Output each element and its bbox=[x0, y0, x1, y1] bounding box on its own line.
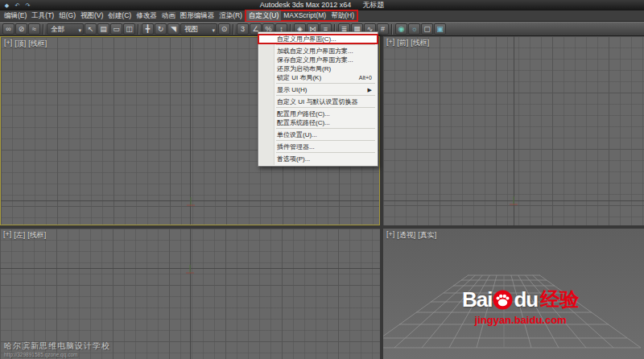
viewport-label: [+] [透视] [真实] bbox=[386, 230, 436, 241]
menu-animation[interactable]: 动画 bbox=[159, 10, 178, 21]
viewport-name-label[interactable]: [前] bbox=[397, 38, 408, 48]
axis-tripod-icon bbox=[507, 194, 520, 207]
menu-help[interactable]: 帮助(H) bbox=[328, 10, 357, 21]
menu-item-show-ui[interactable]: 显示 UI(H) ▶ bbox=[258, 85, 378, 94]
baidu-logo-text-du: du bbox=[514, 287, 538, 312]
schematic-view-icon[interactable]: # bbox=[377, 23, 389, 35]
menu-edit[interactable]: 编辑(E) bbox=[2, 10, 29, 21]
rectangular-selection-region-icon[interactable]: ▭ bbox=[110, 23, 122, 35]
baidu-logo-text-jingyan: 经验 bbox=[540, 287, 579, 312]
customize-dropdown-menu: 自定义用户界面(C)... 加载自定义用户界面方案... 保存自定义用户界面方案… bbox=[258, 31, 378, 167]
menu-item-custom-ui-default-switcher[interactable]: 自定义 UI 与默认设置切换器 bbox=[258, 97, 378, 106]
viewport-front[interactable]: [+] [前] [线框] bbox=[383, 36, 644, 225]
viewport-perspective[interactable]: [+] [透视] [真实] Bai du 经验 bbox=[383, 229, 644, 359]
menu-modifiers[interactable]: 修改器 bbox=[134, 10, 159, 21]
select-and-move-icon[interactable]: ╋ bbox=[142, 23, 154, 35]
menu-item-customize-ui[interactable]: 自定义用户界面(C)... bbox=[258, 35, 378, 43]
render-production-icon[interactable]: ▣ bbox=[434, 23, 446, 35]
application-menu-icon[interactable]: ◆ bbox=[2, 1, 11, 10]
select-and-rotate-icon[interactable]: ↻ bbox=[155, 23, 167, 35]
viewport-left[interactable]: [+] [左] [线框] 哈尔滨新思维电脑设计学校 http://3298915… bbox=[0, 229, 380, 359]
unlink-selection-icon[interactable]: ⊘ bbox=[15, 23, 27, 35]
viewport-label: [+] [顶] [线框] bbox=[4, 39, 47, 49]
viewport-shading-label[interactable]: [线框] bbox=[411, 38, 429, 48]
render-setup-icon[interactable]: ☼ bbox=[408, 23, 420, 35]
menu-item-units-setup[interactable]: 单位设置(U)... bbox=[258, 130, 378, 139]
menu-item-label: 配置系统路径(C)... bbox=[277, 118, 330, 127]
viewport-menu-plus[interactable]: [+] bbox=[386, 38, 394, 48]
baidu-paw-icon bbox=[493, 290, 513, 310]
menu-item-label: 自定义用户界面(C)... bbox=[277, 35, 336, 43]
viewport-menu-plus[interactable]: [+] bbox=[4, 39, 12, 49]
viewport-shading-label[interactable]: [线框] bbox=[27, 230, 46, 241]
rendered-frame-window-icon[interactable]: ▢ bbox=[421, 23, 433, 35]
menu-item-accel: ▶ bbox=[368, 85, 372, 94]
menu-views[interactable]: 视图(V) bbox=[78, 10, 105, 21]
viewport-shading-label[interactable]: [真实] bbox=[418, 230, 436, 241]
menu-item-label: 单位设置(U)... bbox=[277, 130, 317, 139]
viewport-label: [+] [前] [线框] bbox=[386, 38, 429, 48]
axis-tripod-icon bbox=[184, 195, 197, 208]
document-name: 无标题 bbox=[362, 1, 384, 9]
menu-item-configure-system-paths[interactable]: 配置系统路径(C)... bbox=[258, 118, 378, 127]
viewport-name-label[interactable]: [透视] bbox=[397, 230, 415, 241]
selection-filter-combo[interactable]: 全部 bbox=[47, 23, 84, 35]
menu-item-label: 插件管理器... bbox=[277, 142, 315, 151]
menu-bar-items: 编辑(E)工具(T)组(G)视图(V)创建(C)修改器动画图形编辑器渲染(R) bbox=[2, 10, 245, 22]
menu-item-label: 还原为启动布局(R) bbox=[277, 64, 331, 73]
snaps-toggle-icon[interactable]: 3 bbox=[237, 23, 249, 35]
menu-maxscript[interactable]: MAXScript(M) bbox=[281, 10, 328, 21]
menu-item-label: 首选项(P)... bbox=[277, 155, 310, 163]
bind-to-space-warp-icon[interactable]: ≈ bbox=[28, 23, 40, 35]
viewport-splitter-horizontal[interactable] bbox=[0, 225, 644, 229]
material-editor-icon[interactable]: ◉ bbox=[395, 23, 407, 35]
viewport-name-label[interactable]: [左] bbox=[14, 230, 25, 241]
select-and-scale-icon[interactable]: ◥ bbox=[167, 23, 180, 35]
viewport-name-label[interactable]: [顶] bbox=[14, 39, 26, 49]
menu-item-lock-ui-layout[interactable]: 锁定 UI 布局(K) Alt+0 bbox=[258, 73, 378, 82]
school-watermark: 哈尔滨新思维电脑设计学校 http://329891585.qzone.qq.c… bbox=[4, 340, 110, 357]
menu-rendering[interactable]: 渲染(R) bbox=[217, 10, 245, 21]
menu-item-label: 配置用户路径(C)... bbox=[277, 109, 330, 118]
select-object-icon[interactable]: ↖ bbox=[85, 23, 97, 35]
toolbar-separator bbox=[138, 24, 139, 35]
menu-group[interactable]: 组(G) bbox=[56, 10, 78, 21]
viewport-menu-plus[interactable]: [+] bbox=[386, 230, 394, 241]
menu-item-configure-user-paths[interactable]: 配置用户路径(C)... bbox=[258, 109, 378, 118]
viewport-shading-label[interactable]: [线框] bbox=[28, 39, 47, 49]
menu-graph-editors[interactable]: 图形编辑器 bbox=[178, 10, 217, 21]
annotation-box-menubar: 自定义(U)MAXScript(M)帮助(H) bbox=[245, 10, 358, 22]
school-watermark-url: http://329891585.qzone.qq.com bbox=[4, 352, 110, 357]
reference-coordinate-system-combo[interactable]: 视图 bbox=[180, 23, 217, 35]
viewport-label: [+] [左] [线框] bbox=[3, 230, 46, 241]
viewport-splitter-vertical[interactable] bbox=[380, 36, 383, 359]
menu-create[interactable]: 创建(C) bbox=[105, 10, 134, 21]
use-pivot-center-icon[interactable]: ⊙ bbox=[218, 23, 230, 35]
select-and-link-icon[interactable]: ∞ bbox=[2, 23, 14, 35]
menu-item-label: 自定义 UI 与默认设置切换器 bbox=[277, 97, 357, 106]
axis-tripod-icon bbox=[184, 262, 196, 275]
menu-item-label: 锁定 UI 布局(K) bbox=[277, 73, 321, 82]
menu-item-revert-to-startup-layout[interactable]: 还原为启动布局(R) bbox=[258, 64, 378, 73]
menu-bar: 编辑(E)工具(T)组(G)视图(V)创建(C)修改器动画图形编辑器渲染(R) … bbox=[0, 10, 644, 22]
redo-icon[interactable]: ↷ bbox=[23, 1, 32, 10]
app-title-text: Autodesk 3ds Max 2012 x64 bbox=[260, 1, 352, 9]
toolbar-separator bbox=[43, 24, 44, 35]
menu-item-label: 加载自定义用户界面方案... bbox=[277, 47, 353, 56]
select-by-name-icon[interactable]: ▤ bbox=[97, 23, 109, 35]
menu-item-accel: Alt+0 bbox=[359, 73, 372, 82]
baidu-site-url: jingyan.baidu.com bbox=[462, 314, 579, 326]
menu-item-load-custom-ui-scheme[interactable]: 加载自定义用户界面方案... bbox=[258, 47, 378, 56]
quick-access-toolbar: ◆↶↷ bbox=[0, 1, 32, 10]
menu-customize[interactable]: 自定义(U) bbox=[246, 10, 281, 21]
toolbar-separator bbox=[391, 24, 393, 35]
viewport-menu-plus[interactable]: [+] bbox=[3, 230, 11, 241]
menu-tools[interactable]: 工具(T) bbox=[29, 10, 56, 21]
window-crossing-toggle-icon[interactable]: ◫ bbox=[123, 23, 135, 35]
menu-item-save-custom-ui-scheme[interactable]: 保存自定义用户界面方案... bbox=[258, 56, 378, 64]
undo-icon[interactable]: ↶ bbox=[13, 1, 22, 10]
3dsmax-window: ◆↶↷ Autodesk 3ds Max 2012 x64无标题 编辑(E)工具… bbox=[0, 0, 644, 359]
grid-axis-vertical bbox=[190, 229, 191, 359]
menu-item-plugin-manager[interactable]: 插件管理器... bbox=[258, 142, 378, 151]
menu-item-preferences[interactable]: 首选项(P)... bbox=[258, 155, 378, 163]
